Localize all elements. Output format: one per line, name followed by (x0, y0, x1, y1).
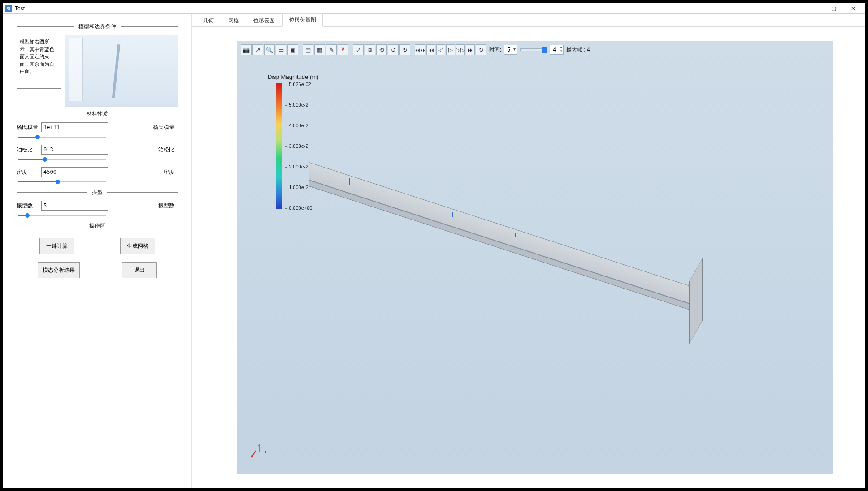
group-model-label: 模型和边界条件 (74, 23, 121, 30)
young-unit: 杨氏模量 (108, 124, 178, 131)
poisson-label: 泊松比 (17, 146, 41, 154)
param-nmodes: 振型数 振型数 (17, 201, 178, 211)
density-slider-thumb[interactable] (56, 180, 60, 184)
tick-2: 4.000e-2 (285, 123, 312, 128)
group-model-header: 模型和边界条件 (17, 23, 178, 30)
pick-cell-icon[interactable]: ▤ (303, 44, 313, 55)
param-young: 杨氏模量 杨氏模量 (17, 122, 178, 132)
next-frame-icon[interactable]: ▷▷ (456, 44, 465, 55)
vector-glyph (452, 212, 453, 217)
beam-top-face (309, 162, 694, 305)
nmodes-label: 振型数 (17, 202, 41, 210)
play-icon[interactable]: ▷ (446, 44, 455, 55)
window-title: Test (15, 5, 25, 12)
group-ops-header: 操作区 (17, 222, 178, 230)
param-poisson: 泊松比 泊松比 (17, 145, 178, 155)
rotate-left-icon[interactable]: ↺ (388, 44, 399, 55)
cube-icon[interactable]: ▣ (287, 44, 298, 55)
time-slider-thumb[interactable] (542, 47, 547, 53)
ops-row-1: 一键计算 生成网格 (17, 238, 178, 254)
scalar-bar-gradient (276, 83, 282, 209)
zoom-fit-icon[interactable]: ⤢ (353, 44, 364, 55)
nmodes-slider-thumb[interactable] (25, 213, 30, 218)
tick-4: 2.000e-2 (285, 164, 312, 169)
maxframe-label: 最大帧 : 4 (566, 46, 590, 54)
tab-disp-contour[interactable]: 位移云图 (247, 14, 282, 27)
young-slider[interactable] (18, 134, 106, 140)
exit-button[interactable]: 退出 (122, 262, 157, 278)
young-input[interactable] (41, 122, 108, 132)
tab-disp-vector[interactable]: 位移矢量图 (282, 13, 323, 27)
viewer-toolbar: 📷 ↗ 🔍 ▭ ▣ ▤ ▦ ✎ ⊻ ⤢ ⧈ ⟲ ↺ (241, 44, 592, 56)
axis-x (259, 452, 267, 452)
main: 几何 网格 位移云图 位移矢量图 📷 ↗ 🔍 ▭ ▣ ▤ ▦ (191, 14, 865, 488)
tick-5: 1.000e-2 (285, 185, 312, 190)
group-material-label: 材料性质 (82, 110, 113, 118)
reset-icon[interactable]: ⟲ (376, 44, 387, 55)
model-thumbnail (65, 35, 178, 107)
sidebar: 模型和边界条件 模型如右图所示，其中青蓝色面为固定约束面，其余面为自由面。 材料… (3, 14, 191, 488)
poisson-unit: 泊松比 (108, 146, 178, 154)
poisson-slider[interactable] (18, 156, 106, 163)
time-label: 时间: (489, 46, 501, 54)
density-slider[interactable] (18, 179, 106, 185)
zoom-icon[interactable]: 🔍 (264, 44, 275, 55)
timeline-icon[interactable]: ⏮⏭ (415, 44, 425, 55)
thumb-beam (112, 44, 121, 98)
nmodes-slider[interactable] (18, 212, 106, 219)
beam-model (309, 162, 703, 301)
group-material-header: 材料性质 (17, 110, 178, 118)
highlighter-icon[interactable]: ✎ (326, 44, 337, 55)
density-input[interactable] (41, 167, 108, 177)
poisson-slider-thumb[interactable] (43, 157, 47, 162)
viewer[interactable]: 📷 ↗ 🔍 ▭ ▣ ▤ ▦ ✎ ⊻ ⤢ ⧈ ⟲ ↺ (237, 41, 833, 474)
modal-result-button[interactable]: 模态分析结果 (38, 262, 80, 278)
minimize-button[interactable]: — (804, 4, 824, 13)
axis-y (259, 444, 260, 452)
close-button[interactable]: ✕ (843, 4, 863, 13)
compute-button[interactable]: 一键计算 (39, 238, 74, 254)
mesh-button[interactable]: 生成网格 (120, 238, 155, 254)
axes-toggle-icon[interactable]: ⊻ (338, 44, 348, 55)
time-slider[interactable] (520, 48, 547, 51)
density-unit: 密度 (108, 168, 178, 176)
rotate-right-icon[interactable]: ↻ (399, 44, 410, 55)
tabs: 几何 网格 位移云图 位移矢量图 (192, 14, 865, 27)
ops-row-2: 模态分析结果 退出 (17, 262, 178, 278)
beam-endcap (689, 258, 703, 344)
first-frame-icon[interactable]: ⏮ (426, 44, 435, 55)
app-window: ⧉ Test — ▢ ✕ 模型和边界条件 模型如右图所示，其中青蓝色面为固定约束… (3, 3, 865, 488)
select-box-icon[interactable]: ▭ (276, 44, 286, 55)
prev-frame-icon[interactable]: ◁ (436, 44, 445, 55)
last-frame-icon[interactable]: ⏭ (466, 44, 475, 55)
vector-glyph (632, 271, 632, 278)
group-ops-label: 操作区 (85, 222, 110, 230)
tick-6: 0.000e+00 (285, 205, 312, 211)
tab-mesh[interactable]: 网格 (221, 14, 246, 27)
model-description: 模型如右图所示，其中青蓝色面为固定约束面，其余面为自由面。 (17, 35, 61, 89)
frame-spin[interactable]: 4 (550, 45, 564, 55)
zoom-region-icon[interactable]: ⧈ (365, 44, 375, 55)
vector-glyph (578, 254, 578, 259)
young-slider-thumb[interactable] (35, 135, 40, 139)
vector-glyph (336, 174, 336, 181)
maximize-button[interactable]: ▢ (824, 4, 843, 13)
loop-icon[interactable]: ↻ (476, 44, 486, 55)
tick-3: 3.000e-2 (285, 143, 312, 149)
group-mode-header: 振型 (17, 189, 178, 196)
model-row: 模型如右图所示，其中青蓝色面为固定约束面，其余面为自由面。 (17, 35, 178, 107)
vector-glyph (327, 170, 327, 178)
nmodes-input[interactable] (41, 201, 108, 211)
pick-point-icon[interactable]: ▦ (314, 44, 325, 55)
vector-glyph (349, 178, 350, 185)
app-icon: ⧉ (5, 5, 12, 12)
group-mode-label: 振型 (87, 189, 107, 196)
vector-glyph (693, 297, 693, 310)
vector-glyph (515, 233, 516, 237)
orientation-axes (251, 443, 269, 461)
camera-icon[interactable]: 📷 (241, 44, 252, 55)
tab-geometry[interactable]: 几何 (196, 14, 221, 27)
export-icon[interactable]: ↗ (252, 44, 263, 55)
poisson-input[interactable] (41, 145, 108, 155)
time-select[interactable]: 5 (504, 45, 517, 55)
